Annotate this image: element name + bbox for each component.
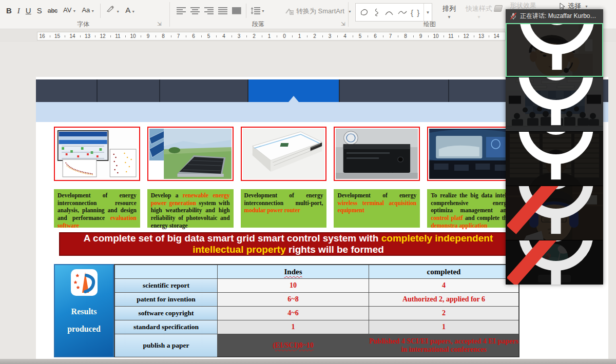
speaking-now-text: 正在讲话: Muzaffar Kurbonov... <box>520 12 599 21</box>
arrange-button[interactable]: 排列▼ <box>437 4 461 19</box>
meeting-header[interactable]: 正在讲话: Muzaffar Kurbonov... <box>506 9 603 23</box>
solar-power-plant-photo[interactable] <box>147 127 234 181</box>
quick-styles-button[interactable]: 快速样式▼ <box>463 4 495 19</box>
justify-icon[interactable] <box>218 7 227 14</box>
mic-on-icon <box>507 131 603 185</box>
participant-name-tag: Muzaffar Kurbonov <box>507 23 603 76</box>
curve-shape-icon <box>398 9 407 16</box>
participant-name-tag: 罗珊娜 <box>506 240 603 285</box>
mic-muted-icon <box>507 186 603 239</box>
row-label: patent for invention <box>115 293 217 306</box>
character-spacing-button[interactable]: AV▼ <box>63 4 76 17</box>
shapes-gallery-more-button[interactable]: ▼ <box>424 4 432 21</box>
participant-name-tag: samsumg <box>506 186 603 240</box>
chevron-down-icon: ▼ <box>261 9 265 13</box>
chevron-down-icon: ▼ <box>116 10 120 13</box>
nav-segment-active <box>248 79 339 102</box>
results-label-line2: produced <box>67 320 101 338</box>
chevron-down-icon: ▼ <box>131 10 135 13</box>
text-shadow-button[interactable]: S <box>37 5 42 17</box>
caption-boxes-row: Development of energy interconnection re… <box>54 189 513 228</box>
horizontal-ruler[interactable]: 1615141312111098765432101234567891011121… <box>37 32 506 41</box>
mic-muted-icon <box>510 12 516 20</box>
group-divider <box>169 2 170 27</box>
shape-fill-icon[interactable] <box>494 5 503 12</box>
caption-box[interactable]: Development of energy wireless terminal … <box>334 189 420 228</box>
row-completed-value: 2 <box>369 307 518 320</box>
control-room-photo[interactable] <box>427 127 513 181</box>
video-tile-participant-2[interactable]: 景柳铭-北方工大 <box>506 77 603 131</box>
row-index-value: 1 <box>218 320 369 334</box>
row-label: standard specification <box>115 320 217 334</box>
results-table[interactable]: Results produced Indes completed scienti… <box>54 264 519 357</box>
align-right-icon[interactable] <box>204 7 214 14</box>
font-dialog-launcher-icon[interactable]: ⇲ <box>157 21 161 27</box>
change-case-button[interactable]: Aa▼ <box>82 4 94 17</box>
group-divider <box>348 2 349 27</box>
align-center-icon[interactable] <box>190 7 200 14</box>
convert-to-smartart-button[interactable]: 转换为 SmartArt▼ <box>285 7 352 16</box>
align-left-icon[interactable] <box>177 7 186 14</box>
header-index: Indes <box>218 265 369 278</box>
strikethrough-button[interactable]: abc <box>48 5 57 17</box>
nav-segment <box>36 79 97 102</box>
chevron-down-icon: ▼ <box>72 9 76 13</box>
nav-segment <box>160 79 247 102</box>
drawing-group-label: 绘图 <box>355 20 504 29</box>
nav-segment <box>98 79 159 102</box>
separator <box>100 4 101 18</box>
video-tile-participant-4[interactable]: samsumg <box>506 186 603 240</box>
chevron-down-icon: ▼ <box>463 15 495 19</box>
left-brace-shape-icon: { <box>411 8 413 17</box>
pen-icon <box>106 5 115 13</box>
chevron-down-icon: ▼ <box>585 5 588 8</box>
row-index-value: 6~8 <box>218 293 369 306</box>
chevron-down-icon: ▼ <box>91 9 94 13</box>
row-index-value: 10 <box>218 279 369 292</box>
video-conference-panel[interactable]: 正在讲话: Muzaffar Kurbonov... <box>506 9 603 285</box>
window-bottom-strip <box>0 359 616 364</box>
line-spacing-button[interactable]: ▼ <box>251 7 265 14</box>
row-completed-value: Authorized 2, applied for 6 <box>369 293 518 306</box>
project-logo <box>71 269 98 296</box>
image-cards-row <box>54 127 513 181</box>
results-side-panel: Results produced <box>54 264 114 357</box>
shapes-gallery[interactable]: { } ▼ <box>355 3 432 22</box>
highlight-pen-button[interactable]: ▼ <box>106 4 120 18</box>
caption-box[interactable]: Development of energy interconnection mu… <box>241 189 327 228</box>
underline-button[interactable]: U <box>26 5 31 17</box>
participant-name-tag: Donyorbek <box>506 131 603 186</box>
distribute-text-icon[interactable] <box>232 7 241 14</box>
black-terminal-device-photo[interactable] <box>334 127 420 181</box>
video-tile-participant-1[interactable]: ^ Muzaffar Kurbonov <box>506 23 603 77</box>
row-completed-value: 4 <box>369 279 518 292</box>
scada-software-screenshot[interactable] <box>54 127 140 181</box>
results-grid: Indes completed scientific report 10 4 p… <box>114 264 519 357</box>
arc-shape-icon <box>384 9 394 16</box>
headline-banner[interactable]: A complete set of big data smart grid sm… <box>59 232 517 256</box>
row-label: software copyright <box>115 307 217 320</box>
header-completed: completed <box>369 265 518 278</box>
paragraph-dialog-launcher-icon[interactable]: ⇲ <box>341 21 345 27</box>
caption-box[interactable]: Develop a renewable energy power generat… <box>147 189 234 228</box>
mic-on-icon <box>507 77 603 130</box>
white-power-router-photo[interactable] <box>241 127 327 181</box>
scribble-shape-icon <box>373 8 381 17</box>
bold-button[interactable]: B <box>6 5 12 17</box>
right-brace-shape-icon: } <box>417 8 419 17</box>
caption-box[interactable]: Development of energy interconnection re… <box>54 189 140 228</box>
row-completed-value: Published 4 SCI/EI papers, accepted 4 EI… <box>369 334 518 357</box>
font-color-button[interactable]: A▼ <box>125 4 135 18</box>
participant-name-tag: 景柳铭-北方工大 <box>506 77 603 131</box>
row-index-value: (EI/SCI) 8~10 <box>218 334 369 357</box>
cursor-arrow-icon <box>560 3 565 10</box>
font-group-label: 字体 <box>6 20 160 29</box>
italic-button[interactable]: I <box>17 5 20 17</box>
video-tile-participant-3[interactable]: Donyorbek <box>506 131 603 186</box>
caption-box[interactable]: To realize the big data intelli comprehe… <box>427 189 513 228</box>
smartart-icon <box>285 8 294 15</box>
mic-on-icon <box>508 23 603 75</box>
row-label: publish a paper <box>115 334 217 357</box>
row-completed-value: 1 <box>369 320 518 334</box>
video-tile-participant-5[interactable]: ▼ 罗珊娜 <box>506 240 603 285</box>
